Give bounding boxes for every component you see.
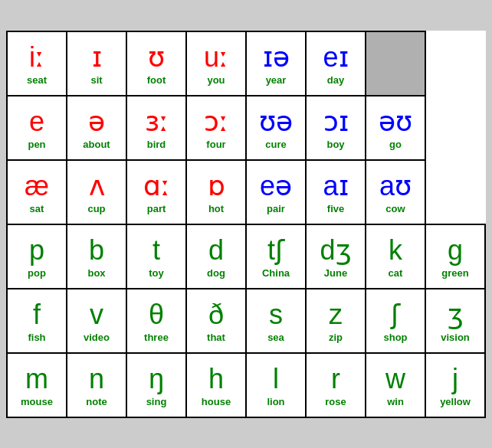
- ipa-word: hot: [208, 203, 224, 214]
- ipa-cell: ŋsing: [126, 353, 186, 417]
- ipa-cell: ɑːpart: [126, 160, 186, 224]
- ipa-word: box: [87, 267, 105, 279]
- ipa-cell: eəpair: [246, 160, 306, 224]
- ipa-symbol: z: [329, 298, 343, 331]
- ipa-symbol: eə: [260, 169, 292, 202]
- ipa-word: video: [84, 332, 110, 343]
- ipa-word: year: [266, 74, 287, 86]
- ipa-symbol: m: [25, 362, 48, 395]
- ipa-word: that: [207, 332, 225, 343]
- ipa-word: vision: [441, 332, 470, 343]
- ipa-word: three: [144, 332, 169, 343]
- ipa-word: cow: [385, 203, 405, 214]
- ipa-symbol: ɪə: [263, 41, 290, 74]
- ipa-symbol: ʌ: [89, 169, 105, 202]
- ipa-word: dog: [207, 267, 225, 279]
- ipa-word: part: [147, 203, 166, 214]
- ipa-word: China: [262, 267, 290, 279]
- ipa-cell: əʊgo: [366, 96, 425, 160]
- ipa-symbol: k: [389, 234, 402, 267]
- ipa-cell: əabout: [67, 96, 126, 160]
- ipa-cell: zzip: [306, 289, 366, 353]
- ipa-cell: nnote: [67, 353, 126, 417]
- ipa-symbol: r: [331, 362, 340, 395]
- ipa-word: sit: [90, 74, 102, 86]
- ipa-word: day: [327, 74, 344, 86]
- ipa-symbol: v: [90, 298, 103, 331]
- ipa-word: lion: [267, 396, 284, 407]
- ipa-word: zip: [329, 332, 343, 343]
- ipa-cell: ddog: [186, 224, 246, 289]
- ipa-symbol: ʊ: [148, 41, 165, 74]
- ipa-symbol: h: [208, 362, 224, 395]
- ipa-word: four: [206, 139, 225, 150]
- ipa-cell: [366, 31, 425, 96]
- ipa-cell: epen: [7, 96, 67, 160]
- ipa-symbol: g: [448, 234, 463, 267]
- ipa-word: note: [86, 396, 107, 407]
- ipa-cell: dʒJune: [306, 224, 366, 289]
- ipa-word: about: [83, 139, 110, 150]
- ipa-cell: æsat: [7, 160, 67, 224]
- ipa-word: sing: [146, 396, 167, 407]
- ipa-cell: wwin: [366, 353, 425, 417]
- ipa-word: bird: [147, 139, 166, 150]
- ipa-symbol: uː: [204, 41, 228, 74]
- ipa-symbol: t: [153, 234, 160, 267]
- ipa-word: win: [387, 396, 404, 407]
- ipa-word: shop: [383, 332, 407, 343]
- ipa-cell: kcat: [366, 224, 425, 289]
- ipa-word: seat: [27, 74, 47, 86]
- ipa-cell: θthree: [126, 289, 186, 353]
- ipa-cell: ɪsit: [67, 31, 126, 96]
- ipa-symbol: j: [452, 362, 458, 395]
- ipa-word: cure: [265, 139, 286, 150]
- ipa-symbol: əʊ: [379, 105, 412, 138]
- ipa-cell: hhouse: [186, 353, 246, 417]
- ipa-symbol: θ: [149, 298, 164, 331]
- ipa-cell: jyellow: [425, 353, 485, 417]
- ipa-symbol: ʃ: [391, 298, 400, 331]
- ipa-symbol: l: [273, 362, 279, 395]
- ipa-symbol: ɜː: [145, 105, 169, 138]
- ipa-symbol: iː: [29, 41, 44, 74]
- ipa-symbol: d: [208, 234, 224, 267]
- ipa-word: toy: [149, 267, 164, 279]
- ipa-cell: ʊfoot: [126, 31, 186, 96]
- ipa-cell: ʃshop: [366, 289, 425, 353]
- ipa-word: house: [202, 396, 231, 407]
- ipa-cell: tʃChina: [246, 224, 306, 289]
- ipa-symbol: ə: [88, 105, 105, 138]
- ipa-cell: ɪəyear: [246, 31, 306, 96]
- ipa-word: pop: [28, 267, 46, 279]
- ipa-cell: eɪday: [306, 31, 366, 96]
- ipa-symbol: ɪ: [92, 41, 102, 74]
- ipa-word: pair: [267, 203, 285, 214]
- ipa-cell: ɜːbird: [126, 96, 186, 160]
- ipa-symbol: eɪ: [323, 41, 348, 74]
- ipa-cell: ʊəcure: [246, 96, 306, 160]
- ipa-cell: ssea: [246, 289, 306, 353]
- ipa-cell: ʌcup: [67, 160, 126, 224]
- ipa-word: you: [207, 74, 225, 86]
- ipa-word: pen: [28, 139, 45, 150]
- ipa-cell: aɪfive: [306, 160, 366, 224]
- ipa-word: cup: [87, 203, 105, 214]
- ipa-word: cat: [389, 267, 403, 279]
- ipa-symbol: f: [33, 298, 41, 331]
- ipa-cell: ttoy: [126, 224, 186, 289]
- ipa-cell: rrose: [306, 353, 366, 417]
- ipa-word: go: [389, 139, 402, 150]
- ipa-symbol: tʃ: [267, 234, 284, 267]
- ipa-cell: vvideo: [67, 289, 126, 353]
- ipa-symbol: æ: [25, 169, 49, 202]
- ipa-symbol: ɑː: [143, 169, 170, 202]
- ipa-word: fish: [28, 332, 45, 343]
- ipa-symbol: aɪ: [323, 169, 348, 202]
- ipa-symbol: ɔː: [204, 105, 228, 138]
- ipa-word: yellow: [440, 396, 471, 407]
- ipa-symbol: ɒ: [208, 169, 225, 202]
- ipa-symbol: w: [385, 362, 405, 395]
- ipa-symbol: ð: [208, 298, 224, 331]
- ipa-cell: ɒhot: [186, 160, 246, 224]
